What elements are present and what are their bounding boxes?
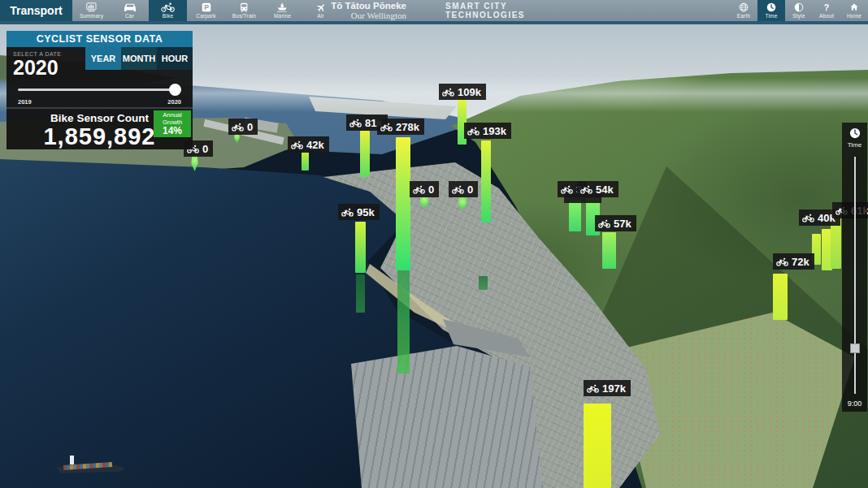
button-earth[interactable]: Earth [730, 0, 757, 21]
time-panel-label: Time [848, 141, 861, 149]
contrast-icon [794, 2, 804, 12]
question-icon: ? [822, 2, 831, 12]
map-sensor-label[interactable]: 0 [410, 181, 439, 197]
time-slider-track[interactable] [854, 157, 856, 394]
map-sensor-label[interactable]: 42k [288, 136, 329, 153]
tab-carpark[interactable]: PCarpark [187, 0, 225, 21]
selected-date: 2020 [13, 57, 85, 78]
sensor-bar-reflection [397, 270, 410, 374]
bus-icon [240, 2, 249, 12]
cyclist-sensor-panel: CYCLIST SENSOR DATA SELECT A DATE 2020 Y… [7, 31, 193, 149]
tab-summary[interactable]: Summary [72, 0, 111, 21]
svg-text:P: P [204, 3, 209, 11]
date-granularity-tabs: YEARMONTHHOUR [85, 47, 193, 70]
top-toolbar: Transport SummaryCarBikePCarparkBus/Trai… [0, 0, 868, 24]
clock-icon [849, 127, 861, 139]
bike-icon [452, 185, 464, 194]
tab-year[interactable]: YEAR [85, 47, 121, 70]
time-value: 9:00 [842, 399, 867, 408]
sensor-bar [396, 137, 410, 270]
clock-icon [766, 2, 776, 12]
map-sensor-label[interactable]: 197k [584, 380, 631, 396]
smart-city-app: 0042k81k278k109k193k95k00354k57k40k61k72… [0, 0, 868, 488]
map-sensor-label[interactable]: 0 [228, 119, 258, 135]
bike-icon [580, 185, 592, 194]
map-sensor-label[interactable]: 109k [439, 84, 486, 100]
tab-month[interactable]: MONTH [121, 47, 157, 70]
car-icon [123, 2, 137, 12]
bike-icon [587, 384, 599, 393]
map-sensor-label[interactable]: 57k [595, 215, 636, 231]
growth-value: 14% [154, 126, 191, 136]
map-sensor-label[interactable]: 278k [377, 119, 424, 135]
brand-line2: TECHNOLOGIES [445, 11, 525, 20]
bike-icon [341, 208, 354, 217]
chart-icon [86, 2, 97, 12]
tab-bus-train[interactable]: Bus/Train [225, 0, 263, 21]
parking-icon: P [202, 2, 211, 12]
sensor-bar [481, 140, 491, 222]
sensor-pin [457, 196, 468, 210]
tab-marine[interactable]: Marine [263, 0, 302, 21]
bike-icon [380, 123, 393, 132]
tab-car[interactable]: Car [111, 0, 149, 21]
sensor-bar [302, 152, 309, 171]
tab-hour[interactable]: HOUR [157, 47, 193, 70]
date-slider[interactable]: 2019 2020 [7, 78, 193, 107]
sensor-pin [190, 154, 199, 171]
date-slider-track[interactable] [18, 89, 181, 91]
time-slider-handle[interactable] [850, 343, 860, 353]
bike-icon [467, 127, 480, 136]
ship-icon [276, 2, 288, 12]
sensor-bar [773, 274, 788, 320]
panel-title: CYCLIST SENSOR DATA [7, 31, 193, 47]
date-slider-handle[interactable] [169, 84, 181, 96]
globe-icon [739, 2, 749, 12]
bike-icon [161, 2, 175, 12]
sensor-bar [360, 131, 370, 177]
bike-icon [561, 185, 573, 194]
sensor-bar [569, 201, 581, 231]
sensor-bar [602, 232, 616, 269]
slider-min-label: 2019 [18, 98, 32, 106]
sensor-bar [584, 404, 611, 488]
brand-line1: SMART CITY [445, 2, 525, 11]
sensor-bar-reflection [356, 274, 365, 313]
button-style[interactable]: Style [785, 0, 813, 21]
map-sensor-label[interactable]: 54k [577, 181, 618, 197]
svg-text:?: ? [824, 2, 829, 12]
bike-icon [598, 219, 610, 228]
brand-text: SMART CITY TECHNOLOGIES [445, 2, 525, 19]
slider-max-label: 2020 [167, 98, 181, 106]
annual-growth-badge: Annual Growth 14% [154, 110, 191, 137]
bike-icon [802, 214, 814, 222]
time-slider-panel: Time 9:00 [842, 123, 867, 412]
button-about[interactable]: ?About [813, 0, 840, 21]
bike-icon [291, 140, 303, 149]
bike-icon [442, 88, 454, 97]
tab-bike[interactable]: Bike [149, 0, 187, 21]
map-sensor-label[interactable]: 0 [449, 181, 478, 197]
map-sensor-label[interactable]: 72k [773, 253, 814, 270]
bike-icon [776, 257, 788, 266]
sensor-bar-reflection [479, 276, 488, 290]
sensor-bar [355, 222, 366, 273]
map-sensor-label[interactable]: 193k [464, 123, 511, 139]
growth-label: Annual Growth [154, 111, 191, 126]
button-home[interactable]: Home [840, 0, 868, 21]
view-buttons: EarthTimeStyle?AboutHome [730, 0, 868, 21]
bike-icon [349, 119, 362, 127]
wellington-logo: Tō Tātou Pōneke Our Wellington [299, 1, 406, 20]
bike-icon [413, 185, 425, 194]
logo-line2: Our Wellington [299, 11, 406, 20]
bike-icon [232, 123, 244, 132]
button-time[interactable]: Time [757, 0, 785, 21]
app-title: Transport [0, 0, 72, 21]
home-icon [849, 2, 859, 12]
map-sensor-label[interactable]: 95k [338, 204, 380, 220]
logo-line1: Tō Tātou Pōneke [299, 1, 406, 11]
